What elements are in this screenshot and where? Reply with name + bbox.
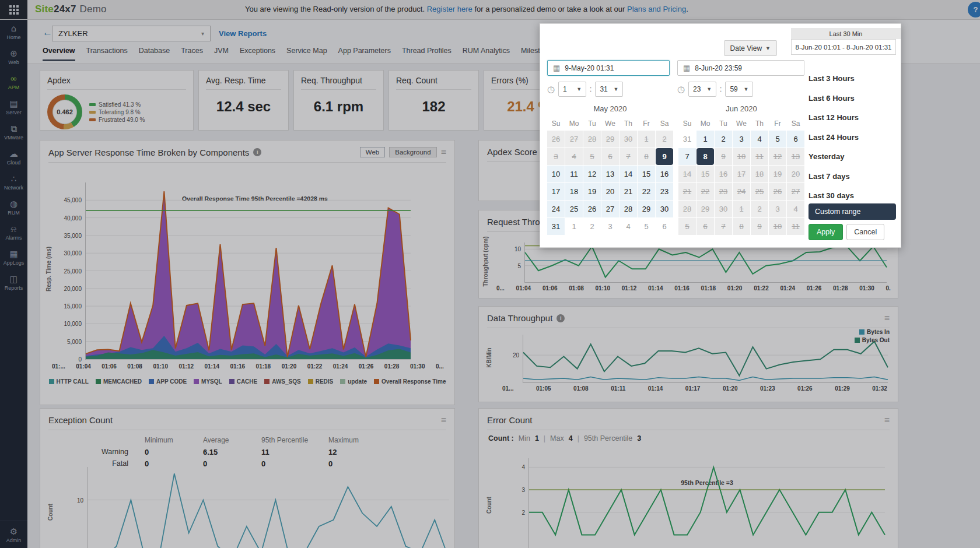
calendar-day[interactable]: 13	[601, 166, 619, 182]
calendar-day[interactable]: 27	[787, 183, 804, 200]
calendar-day[interactable]: 30	[715, 201, 732, 217]
calendar-day[interactable]: 28	[678, 201, 696, 217]
calendar-day[interactable]: 1	[638, 131, 655, 147]
calendar-day[interactable]: 23	[715, 183, 732, 200]
calendar-day[interactable]: 11	[565, 166, 583, 182]
calendar-day[interactable]: 21	[620, 183, 637, 200]
calendar-day[interactable]: 26	[769, 183, 786, 200]
calendar-day[interactable]: 30	[620, 131, 637, 147]
calendar-day[interactable]: 6	[601, 148, 619, 165]
calendar-day[interactable]: 3	[601, 218, 619, 235]
calendar-day[interactable]: 6	[696, 218, 714, 235]
calendar-day[interactable]: 15	[638, 166, 655, 182]
calendar-day[interactable]: 13	[787, 148, 804, 165]
calendar-day[interactable]: 29	[638, 201, 655, 217]
cancel-button[interactable]: Cancel	[846, 224, 884, 240]
calendar-day[interactable]: 14	[678, 166, 696, 182]
calendar-day[interactable]: 24	[733, 183, 750, 200]
calendar-day[interactable]: 25	[565, 201, 583, 217]
calendar-day[interactable]: 12	[583, 166, 601, 182]
calendar-day[interactable]: 27	[601, 201, 619, 217]
calendar-day[interactable]: 18	[565, 183, 583, 200]
date-view-button[interactable]: Date View ▼	[724, 40, 777, 56]
calendar-day[interactable]: 19	[583, 183, 601, 200]
calendar-day[interactable]: 22	[696, 183, 714, 200]
quick-range-last-12-hours[interactable]: Last 12 Hours	[808, 113, 896, 125]
calendar-day[interactable]: 7	[715, 218, 732, 235]
calendar-day[interactable]: 27	[565, 131, 583, 147]
calendar-day[interactable]: 9	[715, 148, 732, 165]
calendar-day[interactable]: 28	[620, 201, 637, 217]
calendar-day[interactable]: 11	[787, 218, 804, 235]
from-hour-select[interactable]: 1▼	[558, 82, 586, 97]
calendar-day[interactable]: 16	[656, 166, 673, 182]
calendar-day[interactable]: 31	[547, 218, 565, 235]
calendar-day[interactable]: 3	[769, 201, 786, 217]
calendar-day[interactable]: 18	[751, 166, 768, 182]
calendar-day[interactable]: 4	[565, 148, 583, 165]
calendar-day[interactable]: 22	[638, 183, 655, 200]
calendar-day[interactable]: 17	[547, 183, 565, 200]
calendar-day[interactable]: 17	[733, 166, 750, 182]
calendar-day[interactable]: 23	[656, 183, 673, 200]
custom-range-button[interactable]: Custom range	[808, 203, 896, 220]
quick-range-last-24-hours[interactable]: Last 24 Hours	[808, 133, 896, 145]
calendar-day[interactable]: 26	[583, 201, 601, 217]
calendar-day[interactable]: 7	[620, 148, 637, 165]
quick-range-last-30-days[interactable]: Last 30 days	[808, 191, 896, 203]
calendar-day[interactable]: 31	[678, 131, 696, 147]
calendar-day[interactable]: 20	[601, 183, 619, 200]
calendar-day[interactable]: 25	[751, 183, 768, 200]
calendar-day[interactable]: 11	[751, 148, 768, 165]
calendar-day[interactable]: 30	[656, 201, 673, 217]
quick-range-last-3-hours[interactable]: Last 3 Hours	[808, 74, 896, 86]
calendar-day[interactable]: 1	[565, 218, 583, 235]
calendar-day[interactable]: 29	[696, 201, 714, 217]
calendar-day[interactable]: 14	[620, 166, 637, 182]
calendar-day[interactable]: 5	[583, 148, 601, 165]
from-date-input[interactable]: ▦ 9-May-20 01:31	[547, 60, 670, 76]
calendar-day[interactable]: 6	[656, 218, 673, 235]
calendar-day[interactable]: 21	[678, 183, 696, 200]
quick-range-yesterday[interactable]: Yesterday	[808, 152, 896, 164]
calendar-day[interactable]: 8	[733, 218, 750, 235]
calendar-day[interactable]: 9	[656, 148, 673, 165]
calendar-day[interactable]: 10	[769, 218, 786, 235]
calendar-day[interactable]: 20	[787, 166, 804, 182]
calendar-day[interactable]: 1	[733, 201, 750, 217]
calendar-day[interactable]: 10	[547, 166, 565, 182]
calendar-day[interactable]: 5	[638, 218, 655, 235]
from-minute-select[interactable]: 31▼	[595, 82, 623, 97]
calendar-day[interactable]: 29	[601, 131, 619, 147]
to-date-input[interactable]: ▦ 8-Jun-20 23:59	[677, 60, 804, 76]
calendar-day[interactable]: 2	[583, 218, 601, 235]
calendar-day[interactable]: 5	[678, 218, 696, 235]
calendar-day[interactable]: 19	[769, 166, 786, 182]
calendar-day[interactable]: 2	[751, 201, 768, 217]
quick-range-last-6-hours[interactable]: Last 6 Hours	[808, 94, 896, 106]
calendar-day[interactable]: 10	[733, 148, 750, 165]
calendar-day[interactable]: 4	[787, 201, 804, 217]
calendar-day[interactable]: 28	[583, 131, 601, 147]
calendar-day[interactable]: 8	[696, 148, 714, 165]
calendar-day[interactable]: 1	[696, 131, 714, 147]
apply-button[interactable]: Apply	[808, 224, 843, 240]
calendar-day[interactable]: 15	[696, 166, 714, 182]
calendar-day[interactable]: 4	[620, 218, 637, 235]
calendar-day[interactable]: 6	[787, 131, 804, 147]
calendar-day[interactable]: 2	[715, 131, 732, 147]
calendar-day[interactable]: 24	[547, 201, 565, 217]
calendar-day[interactable]: 3	[547, 148, 565, 165]
calendar-day[interactable]: 26	[547, 131, 565, 147]
calendar-day[interactable]: 2	[656, 131, 673, 147]
calendar-day[interactable]: 16	[715, 166, 732, 182]
calendar-day[interactable]: 3	[733, 131, 750, 147]
calendar-day[interactable]: 12	[769, 148, 786, 165]
calendar-day[interactable]: 5	[769, 131, 786, 147]
calendar-day[interactable]: 8	[638, 148, 655, 165]
calendar-day[interactable]: 7	[678, 148, 696, 165]
current-period-tab[interactable]: Last 30 Min	[791, 28, 901, 39]
calendar-day[interactable]: 4	[751, 131, 768, 147]
calendar-day[interactable]: 9	[751, 218, 768, 235]
quick-range-last-7-days[interactable]: Last 7 days	[808, 172, 896, 184]
